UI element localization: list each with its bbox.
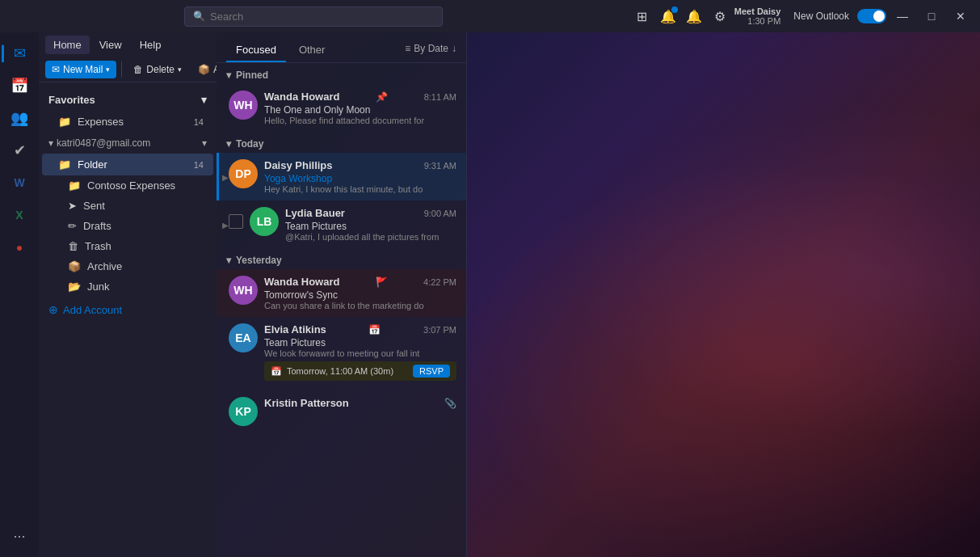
sidebar-item-excel[interactable]: X xyxy=(5,200,34,230)
sent-icon: ➤ xyxy=(68,200,77,212)
email-item-elvia-yesterday[interactable]: EA Elvia Atikins 📅 3:07 PM Team Pictures… xyxy=(217,317,466,390)
nav-subitem-sent[interactable]: ➤ Sent xyxy=(42,196,213,216)
delete-button[interactable]: 🗑 Delete ▾ xyxy=(127,61,188,78)
sidebar-item-calendar[interactable]: 📅 xyxy=(5,71,34,100)
nav-panel: Home View Help ✉ New Mail ▾ 🗑 Delete ▾ xyxy=(39,32,217,557)
nav-item-expenses[interactable]: 📁 Expenses 14 xyxy=(42,111,213,133)
account-expand-icon: ▾ xyxy=(202,137,207,149)
sort-icon: ↓ xyxy=(452,43,456,54)
junk-icon: 📂 xyxy=(68,281,81,293)
maximize-button[interactable]: □ xyxy=(919,3,944,29)
account-header[interactable]: ▾ katri0487@gmail.com ▾ xyxy=(39,133,217,154)
avatar: WH xyxy=(229,91,258,120)
email-item-lydia-today[interactable]: ▶ LB Lydia Bauer 9:00 AM Team Pictures @… xyxy=(217,200,466,248)
toolbar-divider-1 xyxy=(121,61,122,78)
titlebar-left: 🔍 xyxy=(6,6,631,27)
event-calendar-icon: 📅 xyxy=(271,366,282,377)
search-icon: 🔍 xyxy=(193,11,205,22)
email-content: Wanda Howard 📌 8:11 AM The One and Only … xyxy=(264,91,456,125)
email-item-kristin-yesterday[interactable]: KP Kristin Patterson 📎 xyxy=(217,390,466,433)
sidebar-item-mail[interactable]: ✉ xyxy=(5,39,34,68)
new-mail-dropdown-icon[interactable]: ▾ xyxy=(106,65,110,74)
contoso-folder-icon: 📁 xyxy=(68,179,81,192)
attachment-icon: 📎 xyxy=(444,398,456,409)
nav-subitem-contoso-expenses[interactable]: 📁 Contoso Expenses xyxy=(42,175,213,196)
notifications-icon-btn[interactable]: 🔔 xyxy=(657,5,679,27)
section-chevron-yesterday: ▾ xyxy=(226,255,231,266)
reading-pane xyxy=(467,32,980,557)
close-button[interactable]: ✕ xyxy=(948,3,974,29)
sidebar-item-word[interactable]: W xyxy=(5,168,34,197)
avatar: WH xyxy=(229,276,258,305)
favorites-header[interactable]: Favorites ▾ xyxy=(39,89,217,111)
email-list-body: ▾ Pinned WH Wanda Howard 📌 8:11 AM T xyxy=(217,63,466,557)
email-filter[interactable]: ≡ By Date ↓ xyxy=(405,43,456,59)
new-outlook-label: New Outlook xyxy=(793,11,849,22)
expenses-folder-icon: 📁 xyxy=(58,116,71,128)
email-checkbox[interactable] xyxy=(229,214,243,229)
email-item-wanda-pinned[interactable]: WH Wanda Howard 📌 8:11 AM The One and On… xyxy=(217,84,466,132)
email-item-daisy-today[interactable]: ▶ DP Daisy Phillips 9:31 AM Yoga Worksho… xyxy=(217,153,466,200)
delete-icon: 🗑 xyxy=(133,64,143,75)
sidebar-item-more[interactable]: ··· xyxy=(5,521,34,551)
expand-chevron-daisy: ▶ xyxy=(222,172,229,181)
archive-button[interactable]: 📦 Archive xyxy=(191,61,217,78)
email-list: Focused Other ≡ By Date ↓ ▾ Pinned xyxy=(217,32,467,557)
calendar-icon: 📅 xyxy=(368,324,381,335)
menu-view[interactable]: View xyxy=(91,36,130,54)
section-today[interactable]: ▾ Today xyxy=(217,132,466,153)
sidebar-item-people[interactable]: 👥 xyxy=(5,103,34,133)
nav-subitem-archive[interactable]: 📦 Archive xyxy=(42,256,213,276)
tab-other[interactable]: Other xyxy=(289,39,335,62)
drafts-icon: ✏ xyxy=(68,220,77,232)
nav-subitem-junk[interactable]: 📂 Junk xyxy=(42,276,213,297)
event-banner: 📅 Tomorrow, 11:00 AM (30m) RSVP xyxy=(264,361,456,381)
filter-icon: ≡ xyxy=(405,43,410,54)
titlebar: 🔍 ⊞ 🔔 🔔 ⚙ Meet Daisy 1:30 PM New Outlook… xyxy=(0,0,980,32)
delete-dropdown-icon[interactable]: ▾ xyxy=(178,65,182,74)
rsvp-button[interactable]: RSVP xyxy=(413,365,450,378)
nav-item-folder[interactable]: 📁 Folder 14 xyxy=(42,154,213,175)
email-content: Lydia Bauer 9:00 AM Team Pictures @Katri… xyxy=(285,207,456,242)
icon-sidebar: ✉ 📅 👥 ✔ W X ● ··· xyxy=(0,32,39,557)
favorites-chevron-icon: ▾ xyxy=(201,94,207,106)
menu-home[interactable]: Home xyxy=(45,36,90,54)
nav-content: Favorites ▾ 📁 Expenses 14 ▾ katri0487@gm… xyxy=(39,82,217,557)
user-info: Meet Daisy 1:30 PM xyxy=(734,6,780,26)
search-input[interactable] xyxy=(210,11,434,23)
titlebar-right: ⊞ 🔔 🔔 ⚙ Meet Daisy 1:30 PM New Outlook —… xyxy=(631,3,974,29)
new-mail-icon: ✉ xyxy=(52,64,60,75)
avatar: EA xyxy=(229,323,258,352)
expand-chevron-lydia: ▶ xyxy=(222,220,229,229)
section-pinned[interactable]: ▾ Pinned xyxy=(217,63,466,84)
minimize-button[interactable]: — xyxy=(890,3,915,29)
apps-icon-btn[interactable]: ⊞ xyxy=(631,5,654,27)
menu-help[interactable]: Help xyxy=(132,36,170,54)
main-layout: ✉ 📅 👥 ✔ W X ● ··· Home View Help ✉ New M… xyxy=(0,32,980,557)
avatar: DP xyxy=(229,159,258,188)
account-chevron-icon: ▾ xyxy=(48,137,53,149)
section-chevron-pinned: ▾ xyxy=(226,70,231,81)
nav-subitem-drafts[interactable]: ✏ Drafts xyxy=(42,216,213,236)
menu-bar: Home View Help xyxy=(39,32,217,57)
avatar: KP xyxy=(229,397,258,426)
content-area: Focused Other ≡ By Date ↓ ▾ Pinned xyxy=(217,32,980,557)
email-content: Kristin Patterson 📎 xyxy=(264,397,456,426)
tab-focused[interactable]: Focused xyxy=(226,39,286,62)
sidebar-item-other[interactable]: ● xyxy=(5,233,34,262)
nav-subitem-trash[interactable]: 🗑 Trash xyxy=(42,236,213,256)
email-content: Wanda Howard 🚩 4:22 PM Tomorrow's Sync C… xyxy=(264,276,456,310)
archive-folder-icon: 📦 xyxy=(68,260,81,272)
user-name: Meet Daisy xyxy=(734,6,780,16)
search-box[interactable]: 🔍 xyxy=(184,6,443,27)
new-outlook-toggle[interactable] xyxy=(857,9,886,23)
email-content: Elvia Atikins 📅 3:07 PM Team Pictures We… xyxy=(264,323,456,384)
settings-icon-btn[interactable]: ⚙ xyxy=(709,5,731,27)
add-account-button[interactable]: ⊕ Add Account xyxy=(39,297,217,323)
new-mail-button[interactable]: ✉ New Mail ▾ xyxy=(45,61,116,78)
section-yesterday[interactable]: ▾ Yesterday xyxy=(217,248,466,269)
email-item-wanda-yesterday[interactable]: WH Wanda Howard 🚩 4:22 PM Tomorrow's Syn… xyxy=(217,269,466,317)
sidebar-item-tasks[interactable]: ✔ xyxy=(5,136,34,165)
bell-icon-btn[interactable]: 🔔 xyxy=(683,5,705,27)
email-content: Daisy Phillips 9:31 AM Yoga Workshop Hey… xyxy=(264,159,456,194)
